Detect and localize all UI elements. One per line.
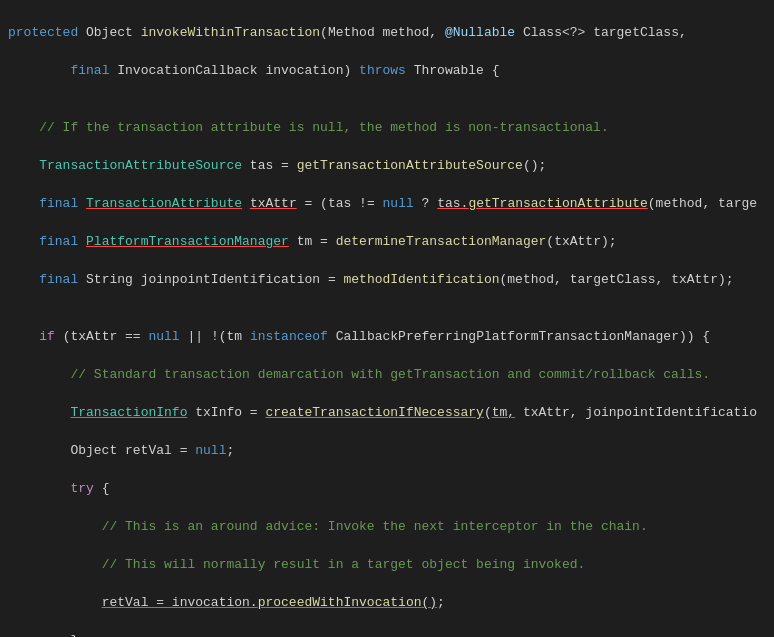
code-line: final PlatformTransactionManager tm = de… — [8, 232, 766, 251]
code-line: try { — [8, 479, 766, 498]
code-line: // This is an around advice: Invoke the … — [8, 517, 766, 536]
code-line: retVal = invocation.proceedWithInvocatio… — [8, 593, 766, 612]
code-line: protected Object invokeWithinTransaction… — [8, 23, 766, 42]
code-line: } — [8, 631, 766, 637]
code-line: final InvocationCallback invocation) thr… — [8, 61, 766, 80]
code-line: final String joinpointIdentification = m… — [8, 270, 766, 289]
code-line: // If the transaction attribute is null,… — [8, 118, 766, 137]
code-line: // This will normally result in a target… — [8, 555, 766, 574]
code-line: if (txAttr == null || !(tm instanceof Ca… — [8, 327, 766, 346]
code-line: TransactionAttributeSource tas = getTran… — [8, 156, 766, 175]
code-line: // Standard transaction demarcation with… — [8, 365, 766, 384]
code-line: Object retVal = null; — [8, 441, 766, 460]
code-line: TransactionInfo txInfo = createTransacti… — [8, 403, 766, 422]
code-editor: protected Object invokeWithinTransaction… — [0, 0, 774, 637]
code-line: final TransactionAttribute txAttr = (tas… — [8, 194, 766, 213]
